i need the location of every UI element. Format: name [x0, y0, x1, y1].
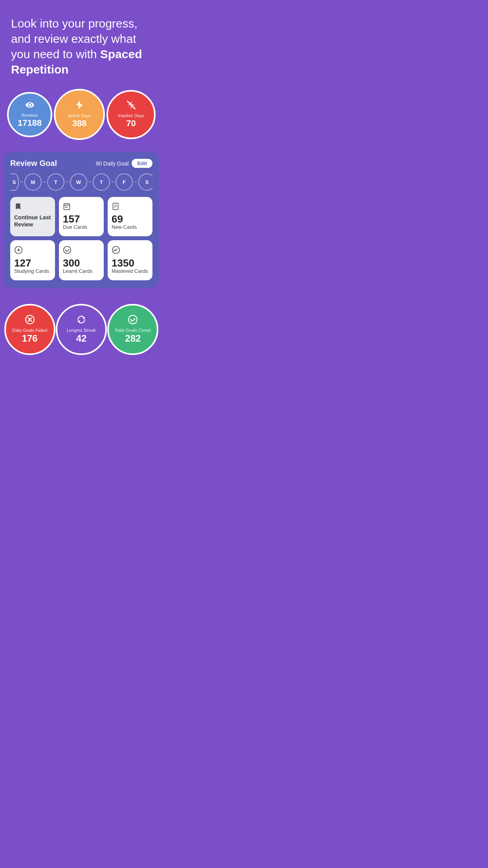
day-connector: [112, 182, 114, 182]
review-header: Review Goal 90 Daily Goal Edit: [10, 159, 152, 168]
new-cards-number: 69: [112, 214, 123, 224]
new-cards-label: New Cards: [112, 224, 137, 231]
reviews-value: 17188: [18, 118, 42, 128]
stats-circles-row: Reviews 17188 Active Days 388 Inactive D…: [0, 85, 163, 152]
day-connector: [43, 182, 46, 182]
day-connector: [20, 182, 23, 182]
refresh-icon: [76, 314, 86, 327]
new-cards-card[interactable]: 69 New Cards: [108, 197, 152, 236]
active-days-circle: Active Days 388: [54, 89, 105, 140]
review-goal-title: Review Goal: [10, 159, 57, 168]
reviews-circle: Reviews 17188: [7, 92, 52, 137]
x-circle-icon: [25, 314, 35, 327]
svg-point-18: [128, 315, 137, 324]
due-cards-card[interactable]: 157 Due Cards: [59, 197, 104, 236]
lightning-icon: [74, 100, 84, 112]
inactive-days-circle: Inactive Days 70: [106, 90, 156, 139]
learnt-cards-label: Learnt Cards: [63, 268, 92, 275]
mastered-cards-label: Mastered Cards: [112, 268, 148, 275]
studying-cards-label: Studying Cards: [14, 268, 49, 275]
goals-failed-value: 176: [22, 333, 38, 344]
svg-rect-1: [64, 204, 70, 210]
continue-label: Continue Last Review: [14, 214, 51, 228]
review-goal-card: Review Goal 90 Daily Goal Edit S M T W T…: [4, 152, 159, 288]
goals-completed-circle: Daily Goals Compl 282: [107, 304, 158, 355]
goals-failed-label: Daily Goals Failed: [12, 328, 47, 333]
mastered-cards-number: 1350: [112, 258, 134, 268]
continue-review-card[interactable]: Continue Last Review: [10, 197, 55, 236]
due-cards-number: 157: [63, 214, 80, 224]
calendar-icon: [63, 202, 71, 212]
mastered-cards-card[interactable]: 1350 Mastered Cards: [108, 240, 152, 280]
longest-streak-value: 42: [76, 333, 87, 344]
studying-cards-number: 127: [14, 258, 31, 268]
day-connector: [134, 182, 137, 182]
edit-button[interactable]: Edit: [132, 159, 152, 168]
goals-completed-label: Daily Goals Compl: [115, 328, 151, 333]
document-icon: [112, 202, 119, 212]
goals-completed-value: 282: [125, 333, 141, 344]
review-goal-right: 90 Daily Goal Edit: [95, 159, 152, 168]
svg-rect-6: [66, 207, 68, 208]
day-item-mon[interactable]: M: [24, 173, 42, 191]
check-double-icon: [112, 246, 120, 256]
due-cards-label: Due Cards: [63, 224, 87, 231]
card-grid: Continue Last Review 157 Due Cards: [10, 197, 152, 280]
longest-streak-circle: Longest Streak 42: [56, 304, 107, 355]
svg-point-13: [64, 246, 71, 254]
active-days-value: 388: [72, 118, 87, 129]
day-selector: S M T W T F S S M: [10, 173, 152, 191]
day-item-sat[interactable]: S: [138, 173, 152, 191]
check-circle-icon: [128, 314, 138, 327]
learnt-cards-card[interactable]: 300 Learnt Cards: [59, 240, 104, 280]
learnt-cards-number: 300: [63, 258, 80, 268]
inactive-days-value: 70: [126, 118, 136, 129]
svg-rect-5: [65, 207, 66, 208]
daily-goal-label: 90 Daily Goal: [95, 160, 128, 167]
day-item-thu[interactable]: T: [93, 173, 110, 191]
hero-section: Look into your progress, and review exac…: [0, 0, 163, 85]
play-icon: [14, 246, 23, 256]
day-item-wed[interactable]: W: [70, 173, 87, 191]
active-days-label: Active Days: [68, 113, 91, 118]
day-item-partial[interactable]: S: [10, 173, 19, 191]
svg-marker-12: [18, 248, 20, 251]
goals-failed-circle: Daily Goals Failed 176: [4, 304, 55, 355]
inactive-days-label: Inactive Days: [118, 113, 144, 118]
reviews-label: Reviews: [22, 113, 38, 118]
eye-icon: [25, 100, 35, 112]
bottom-circles-row: Daily Goals Failed 176 Longest Streak 42…: [0, 296, 163, 371]
lightning-strikethrough-icon: [126, 100, 136, 112]
day-item-tue[interactable]: T: [47, 173, 64, 191]
day-connector: [66, 182, 68, 182]
check-icon: [63, 246, 72, 256]
day-connector: [89, 182, 91, 182]
studying-cards-card[interactable]: 127 Studying Cards: [10, 240, 55, 280]
longest-streak-label: Longest Streak: [67, 328, 96, 333]
day-item-fri[interactable]: F: [116, 173, 133, 191]
bookmark-icon: [14, 202, 22, 212]
